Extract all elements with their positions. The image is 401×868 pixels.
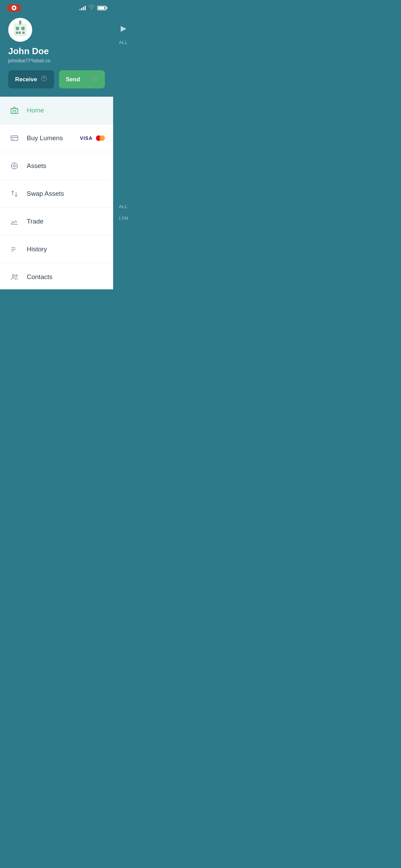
- send-button[interactable]: Send: [59, 70, 105, 88]
- user-name: John Doe: [8, 46, 105, 57]
- history-icon: [8, 243, 21, 255]
- contacts-icon: [8, 271, 21, 283]
- svg-rect-3: [22, 27, 24, 30]
- svg-point-0: [91, 9, 92, 10]
- menu-item-history[interactable]: History: [0, 236, 113, 263]
- receive-label: Receive: [15, 76, 37, 83]
- svg-rect-2: [16, 27, 19, 30]
- status-icons: [80, 5, 106, 11]
- recording-dot: [12, 5, 16, 10]
- menu-list: Home Buy Lumens VISA: [0, 97, 113, 289]
- svg-point-16: [15, 247, 16, 248]
- send-label: Send: [66, 76, 80, 83]
- svg-point-18: [12, 275, 14, 277]
- receive-icon: [40, 75, 47, 84]
- trade-icon: [8, 215, 21, 228]
- mastercard-icon: [96, 135, 105, 141]
- assets-icon: [8, 160, 21, 172]
- svg-rect-1: [14, 24, 26, 36]
- arrow-icon: ▶: [121, 24, 126, 33]
- menu-item-swap-assets[interactable]: Swap Assets: [0, 180, 113, 208]
- avatar: [8, 18, 32, 42]
- trade-label: Trade: [27, 218, 105, 225]
- signal-icon: [80, 5, 86, 10]
- svg-point-8: [19, 21, 21, 23]
- card-icon: [8, 132, 21, 144]
- right-panel-peek: ▶ ALL ALL 1 PM: [113, 0, 134, 289]
- see-all-label: ALL: [119, 40, 128, 45]
- recording-indicator: [7, 4, 21, 12]
- menu-item-assets[interactable]: Assets: [0, 152, 113, 180]
- svg-rect-9: [11, 109, 18, 113]
- all-label-bottom: ALL: [119, 204, 128, 209]
- menu-item-trade[interactable]: Trade: [0, 208, 113, 236]
- svg-point-12: [13, 165, 15, 167]
- home-icon: [8, 104, 21, 117]
- send-icon: [91, 75, 98, 84]
- svg-rect-6: [23, 32, 24, 34]
- profile-area: John Doe johndoe77*lobstr.co Receive Sen…: [0, 14, 113, 97]
- menu-item-home[interactable]: Home: [0, 97, 113, 124]
- svg-rect-10: [11, 136, 18, 141]
- status-bar: [0, 0, 113, 14]
- visa-icon: VISA: [80, 135, 93, 141]
- home-label: Home: [27, 107, 105, 114]
- assets-label: Assets: [27, 162, 105, 170]
- battery-icon: [97, 6, 106, 10]
- swap-assets-label: Swap Assets: [27, 190, 105, 197]
- user-email: johndoe77*lobstr.co: [8, 58, 105, 63]
- history-label: History: [27, 245, 105, 253]
- swap-icon: [8, 188, 21, 200]
- svg-rect-4: [16, 32, 18, 34]
- buy-lumens-label: Buy Lumens: [27, 134, 80, 142]
- contacts-label: Contacts: [27, 273, 105, 281]
- wifi-icon: [88, 5, 95, 11]
- drawer-panel: John Doe johndoe77*lobstr.co Receive Sen…: [0, 0, 113, 289]
- svg-point-17: [15, 249, 16, 250]
- action-buttons: Receive Send: [8, 70, 105, 88]
- payment-icons: VISA: [80, 135, 105, 141]
- menu-item-contacts[interactable]: Contacts: [0, 263, 113, 289]
- time-label: 1 PM: [119, 216, 128, 221]
- svg-rect-5: [19, 32, 21, 34]
- svg-point-19: [16, 275, 17, 277]
- menu-item-buy-lumens[interactable]: Buy Lumens VISA: [0, 124, 113, 152]
- receive-button[interactable]: Receive: [8, 70, 54, 88]
